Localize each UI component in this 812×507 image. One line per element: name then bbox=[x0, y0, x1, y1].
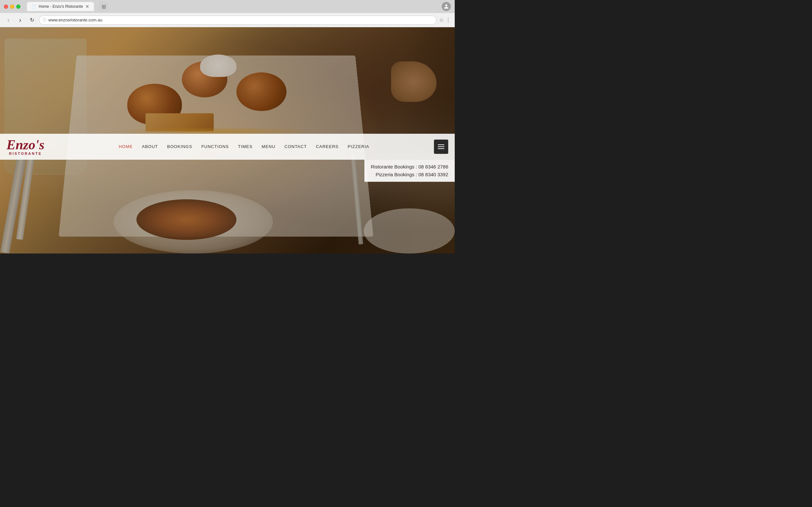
back-icon: ‹ bbox=[7, 16, 10, 24]
website-content: Enzo's RISTORANTE HOME ABOUT BOOKINGS FU… bbox=[0, 27, 455, 253]
tab-close-button[interactable]: ✕ bbox=[86, 4, 89, 9]
close-window-button[interactable] bbox=[4, 5, 8, 9]
refresh-icon: ↻ bbox=[30, 17, 34, 23]
nav-item-pizzeria[interactable]: PIZZERIA bbox=[343, 144, 374, 149]
hamburger-button[interactable] bbox=[434, 139, 448, 154]
nav-item-home[interactable]: HOME bbox=[114, 144, 137, 149]
browser-menu-button[interactable]: ⋮ bbox=[446, 17, 451, 23]
browser-tab[interactable]: 📄 Home - Enzo's Ristorante ✕ bbox=[27, 2, 94, 11]
bookmark-icon[interactable]: ☆ bbox=[439, 17, 444, 23]
navbar: Enzo's RISTORANTE HOME ABOUT BOOKINGS FU… bbox=[0, 134, 455, 160]
hamburger-icon bbox=[438, 145, 444, 149]
forward-icon: › bbox=[19, 16, 21, 24]
refresh-button[interactable]: ↻ bbox=[27, 15, 36, 25]
pizzeria-booking: Pizzeria Bookings : 08 8340 3392 bbox=[371, 171, 449, 178]
browser-titlebar: 📄 Home - Enzo's Ristorante ✕ ⊞ bbox=[0, 0, 455, 13]
maximize-window-button[interactable] bbox=[16, 5, 20, 9]
nav-item-careers[interactable]: CAREERS bbox=[311, 144, 343, 149]
url-text: www.enzosristorante.com.au bbox=[48, 17, 433, 22]
ristorante-booking: Ristorante Bookings : 08 8346 2786 bbox=[371, 163, 449, 171]
window-controls bbox=[4, 5, 20, 9]
soup-bg bbox=[137, 199, 237, 240]
security-icon: ⓘ bbox=[43, 17, 46, 23]
toolbar-actions: ☆ ⋮ bbox=[439, 17, 451, 23]
new-tab-button[interactable]: ⊞ bbox=[99, 2, 108, 11]
food-ball-3 bbox=[237, 72, 287, 111]
browser-toolbar: ‹ › ↻ ⓘ www.enzosristorante.com.au ☆ ⋮ bbox=[0, 13, 455, 27]
tab-page-icon: 📄 bbox=[32, 5, 36, 9]
user-icon bbox=[444, 4, 449, 9]
minimize-window-button[interactable] bbox=[10, 5, 14, 9]
cream-topping bbox=[200, 55, 237, 77]
plate-right-bg bbox=[364, 208, 455, 253]
address-bar[interactable]: ⓘ www.enzosristorante.com.au bbox=[39, 15, 437, 25]
tab-title: Home - Enzo's Ristorante bbox=[39, 4, 83, 9]
nav-item-menu[interactable]: MENU bbox=[257, 144, 280, 149]
browser-chrome: 📄 Home - Enzo's Ristorante ✕ ⊞ ‹ › ↻ ⓘ w… bbox=[0, 0, 455, 27]
logo-name: Enzo's bbox=[6, 138, 45, 152]
nav-item-contact[interactable]: CONTACT bbox=[280, 144, 311, 149]
forward-button[interactable]: › bbox=[15, 15, 25, 25]
nav-item-bookings[interactable]: BOOKINGS bbox=[163, 144, 197, 149]
nav-item-times[interactable]: TIMES bbox=[234, 144, 257, 149]
profile-button[interactable] bbox=[442, 2, 451, 11]
nav-links: HOME ABOUT BOOKINGS FUNCTIONS TIMES MENU… bbox=[57, 144, 431, 149]
new-tab-icon: ⊞ bbox=[102, 4, 106, 10]
back-button[interactable]: ‹ bbox=[4, 15, 13, 25]
logo-subtitle: RISTORANTE bbox=[9, 152, 42, 156]
nav-item-about[interactable]: ABOUT bbox=[137, 144, 163, 149]
nav-item-functions[interactable]: FUNCTIONS bbox=[197, 144, 234, 149]
booking-info: Ristorante Bookings : 08 8346 2786 Pizze… bbox=[364, 160, 455, 182]
logo-link[interactable]: Enzo's RISTORANTE bbox=[6, 138, 45, 156]
